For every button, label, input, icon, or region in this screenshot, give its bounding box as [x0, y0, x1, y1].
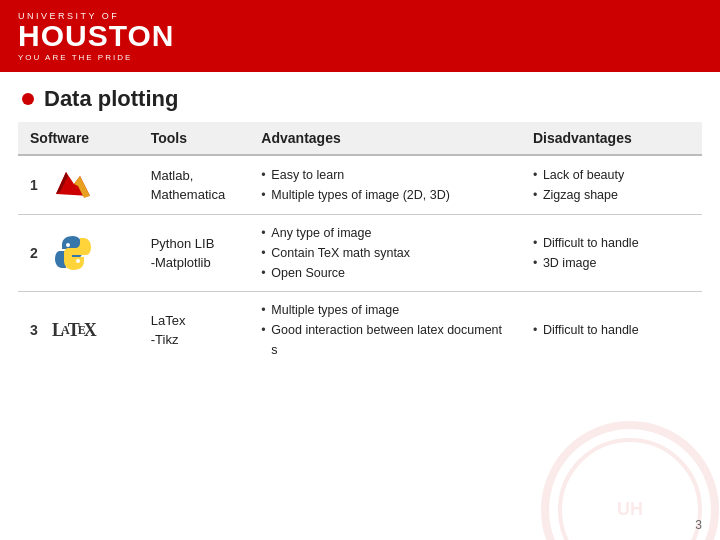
tools-cell: Python LIB -Matplotlib [139, 215, 250, 292]
disadvantages-cell: Difficult to handle3D image [521, 215, 702, 292]
row-number: 3 [30, 322, 44, 338]
col-disadvantages: Disadvantages [521, 122, 702, 155]
logo-block: UNIVERSITY of HOUSTON YOU ARE THE PRIDE [18, 11, 174, 62]
svg-point-3 [66, 243, 70, 247]
disadvantages-cell: Lack of beautyZigzag shape [521, 155, 702, 215]
software-logo-cell: 2 [30, 232, 127, 274]
software-cell: 3LATEX [18, 292, 139, 369]
advantage-item: Any type of image [261, 223, 509, 243]
col-advantages: Advantages [249, 122, 521, 155]
disadvantage-item: Zigzag shape [533, 185, 690, 205]
software-logo-cell: 3LATEX [30, 321, 127, 339]
table-row: 1 Matlab, MathematicaEasy to learnMultip… [18, 155, 702, 215]
tools-cell: Matlab, Mathematica [139, 155, 250, 215]
data-table: Software Tools Advantages Disadvantages … [18, 122, 702, 368]
svg-point-5 [545, 425, 715, 540]
watermark: UH [540, 420, 720, 540]
col-software: Software [18, 122, 139, 155]
disadvantages-list: Difficult to handle3D image [533, 233, 690, 273]
disadvantages-list: Lack of beautyZigzag shape [533, 165, 690, 205]
matlab-icon [52, 164, 94, 206]
disadvantage-item: Lack of beauty [533, 165, 690, 185]
advantage-item: Multiple types of image [261, 300, 509, 320]
houston-text: HOUSTON [18, 21, 174, 51]
advantage-item: Easy to learn [261, 165, 509, 185]
col-tools: Tools [139, 122, 250, 155]
disadvantage-item: Difficult to handle [533, 233, 690, 253]
page-number: 3 [695, 518, 702, 532]
page-footer: 3 [695, 518, 702, 532]
svg-point-4 [76, 259, 80, 263]
advantages-list: Multiple types of imageGood interaction … [261, 300, 509, 360]
disadvantages-cell: Difficult to handle [521, 292, 702, 369]
latex-icon: LATEX [52, 321, 97, 339]
advantages-cell: Any type of imageContain TeX math syntax… [249, 215, 521, 292]
row-number: 1 [30, 177, 44, 193]
table-header-row: Software Tools Advantages Disadvantages [18, 122, 702, 155]
advantage-item: Multiple types of image (2D, 3D) [261, 185, 509, 205]
header: UNIVERSITY of HOUSTON YOU ARE THE PRIDE [0, 0, 720, 72]
svg-point-6 [560, 440, 700, 540]
table-row: 2 Python LIB -MatplotlibAny type of imag… [18, 215, 702, 292]
row-number: 2 [30, 245, 44, 261]
bullet-icon [22, 93, 34, 105]
disadvantage-item: 3D image [533, 253, 690, 273]
advantages-cell: Easy to learnMultiple types of image (2D… [249, 155, 521, 215]
svg-text:UH: UH [617, 499, 643, 519]
software-cell: 2 [18, 215, 139, 292]
disadvantage-item: Difficult to handle [533, 320, 690, 340]
software-logo-cell: 1 [30, 164, 127, 206]
data-table-wrap: Software Tools Advantages Disadvantages … [0, 122, 720, 368]
advantage-item: Good interaction between latex document … [261, 320, 509, 360]
advantages-list: Any type of imageContain TeX math syntax… [261, 223, 509, 283]
advantages-cell: Multiple types of imageGood interaction … [249, 292, 521, 369]
tagline-text: YOU ARE THE PRIDE [18, 53, 174, 62]
python-icon [52, 232, 94, 274]
advantages-list: Easy to learnMultiple types of image (2D… [261, 165, 509, 205]
disadvantages-list: Difficult to handle [533, 320, 690, 340]
advantage-item: Open Source [261, 263, 509, 283]
tools-cell: LaTex -Tikz [139, 292, 250, 369]
software-cell: 1 [18, 155, 139, 215]
section-header: Data plotting [0, 72, 720, 122]
advantage-item: Contain TeX math syntax [261, 243, 509, 263]
section-title: Data plotting [44, 86, 178, 112]
table-row: 3LATEXLaTex -TikzMultiple types of image… [18, 292, 702, 369]
